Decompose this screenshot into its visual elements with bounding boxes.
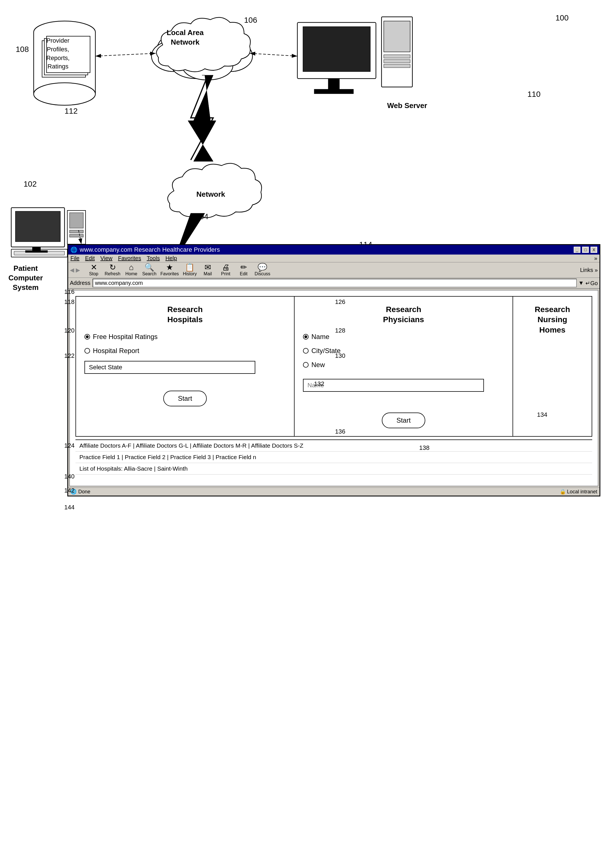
svg-rect-15 xyxy=(297,22,376,79)
favorites-icon: ★ xyxy=(166,264,173,271)
browser-statusbar: 🌐 Done 🔒 Local intranet xyxy=(68,487,600,496)
dropdown-arrow[interactable]: ▼ xyxy=(579,280,584,286)
svg-point-4 xyxy=(34,83,95,105)
physicians-start-button[interactable]: Start xyxy=(382,412,425,428)
hospitals-start-button[interactable]: Start xyxy=(163,391,207,406)
svg-rect-18 xyxy=(384,21,410,52)
menu-favorites[interactable]: Favorites xyxy=(118,255,141,262)
section-physicians: ResearchPhysicians Name City/State New xyxy=(295,297,513,436)
edit-button[interactable]: ✏ Edit xyxy=(237,264,251,276)
physicians-title: ResearchPhysicians xyxy=(303,304,504,325)
svg-rect-21 xyxy=(384,64,410,68)
history-button[interactable]: 📋 History xyxy=(183,264,197,276)
radio-name[interactable] xyxy=(303,334,309,339)
mail-label: Mail xyxy=(204,271,212,276)
forward-icon[interactable]: ▶ xyxy=(76,267,80,273)
svg-rect-19 xyxy=(384,55,410,58)
refresh-label: Refresh xyxy=(105,271,120,276)
svg-line-38 xyxy=(79,230,81,244)
name-input[interactable] xyxy=(303,379,484,392)
ref-142: 142 xyxy=(64,487,74,494)
back-icon[interactable]: ◀ xyxy=(70,267,74,273)
menu-file[interactable]: File xyxy=(70,255,79,262)
hospital-report-label: Hospital Report xyxy=(93,347,139,355)
ref-144: 144 xyxy=(64,504,74,511)
minimize-button[interactable]: _ xyxy=(574,247,580,253)
ref-110: 110 xyxy=(527,90,541,99)
browser-toolbar: ◀ ▶ ✕ Stop ↻ Refresh ⌂ Home 🔍 Search ★ F… xyxy=(68,262,600,278)
svg-line-13 xyxy=(95,53,156,56)
ref-100: 100 xyxy=(555,14,569,22)
free-hospital-ratings-option[interactable]: Free Hospital Ratings xyxy=(84,333,286,341)
radio-hospital-report[interactable] xyxy=(84,348,90,353)
hospital-report-option[interactable]: Hospital Report xyxy=(84,347,286,355)
new-option[interactable]: New xyxy=(303,361,504,369)
discuss-button[interactable]: 💬 Discuss xyxy=(255,264,271,276)
edit-label: Edit xyxy=(240,271,248,276)
svg-rect-32 xyxy=(70,230,83,233)
new-label: New xyxy=(311,361,325,369)
radio-new[interactable] xyxy=(303,362,309,367)
go-button[interactable]: ↵Go xyxy=(585,280,598,287)
db-label: ProviderProfiles,Reports,Ratings xyxy=(46,37,70,71)
svg-rect-28 xyxy=(11,208,65,247)
svg-rect-30 xyxy=(67,211,85,244)
footer-row-1: Affiliate Doctors A-F | Affiliate Doctor… xyxy=(76,440,592,451)
browser-window: 🌐 www.company.com Research Healthcare Pr… xyxy=(67,244,600,496)
svg-marker-24 xyxy=(188,75,216,161)
browser-menubar: File Edit View Favorites Tools Help » xyxy=(68,254,600,262)
city-state-option[interactable]: City/State xyxy=(303,347,504,355)
search-icon: 🔍 xyxy=(144,264,154,271)
zone-icon: 🔒 xyxy=(560,488,566,495)
ref-128: 128 xyxy=(335,327,345,334)
svg-rect-37 xyxy=(25,250,48,253)
ref-116: 116 xyxy=(64,288,74,296)
address-input[interactable] xyxy=(93,279,577,287)
menu-view[interactable]: View xyxy=(101,255,113,262)
menu-help[interactable]: Help xyxy=(166,255,177,262)
section-hospitals: ResearchHospitals Free Hospital Ratings … xyxy=(76,297,295,436)
section-nursing: ResearchNursingHomes xyxy=(513,297,592,436)
maximize-button[interactable]: □ xyxy=(582,247,589,253)
radio-city-state[interactable] xyxy=(303,348,309,353)
home-icon: ⌂ xyxy=(129,264,134,271)
search-button[interactable]: 🔍 Search xyxy=(142,264,156,276)
name-option[interactable]: Name xyxy=(303,333,504,341)
edit-icon: ✏ xyxy=(240,264,247,271)
stop-button[interactable]: ✕ Stop xyxy=(87,264,101,276)
print-button[interactable]: 🖨 Print xyxy=(219,264,233,276)
radio-dot xyxy=(86,335,89,338)
ref-108: 108 xyxy=(16,45,29,54)
ref-136: 136 xyxy=(335,428,345,435)
radio-free-ratings[interactable] xyxy=(84,334,90,339)
radio-dot-name xyxy=(305,335,307,338)
svg-rect-33 xyxy=(70,234,83,237)
menu-edit[interactable]: Edit xyxy=(85,255,94,262)
free-ratings-label: Free Hospital Ratings xyxy=(93,333,158,341)
select-state[interactable]: Select State xyxy=(84,361,255,374)
links-label: Links » xyxy=(580,267,598,273)
svg-rect-36 xyxy=(32,247,41,250)
titlebar-controls[interactable]: _ □ X xyxy=(574,247,597,253)
ref-120: 120 xyxy=(64,327,74,334)
footer-links: Affiliate Doctors A-F | Affiliate Doctor… xyxy=(76,439,592,474)
ref-118: 118 xyxy=(64,298,74,305)
ref-124: 124 xyxy=(64,442,74,449)
ref-122: 122 xyxy=(64,352,74,360)
browser-addressbar: Address ▼ ↵Go xyxy=(68,278,600,289)
mail-button[interactable]: ✉ Mail xyxy=(201,264,215,276)
ref-112: 112 xyxy=(65,107,78,116)
ref-102: 102 xyxy=(23,180,37,189)
discuss-label: Discuss xyxy=(255,271,271,276)
svg-point-10 xyxy=(207,41,252,71)
home-button[interactable]: ⌂ Home xyxy=(124,264,138,276)
footer-row-2: Practice Field 1 | Practice Field 2 | Pr… xyxy=(76,451,592,463)
favorites-button[interactable]: ★ Favorites xyxy=(161,264,179,276)
browser-content: 116 118 120 122 124 126 128 130 132 134 … xyxy=(69,290,599,486)
close-button[interactable]: X xyxy=(591,247,597,253)
toolbar-extra: » xyxy=(594,255,597,262)
ref-126: 126 xyxy=(335,298,345,305)
menu-tools[interactable]: Tools xyxy=(147,255,160,262)
refresh-button[interactable]: ↻ Refresh xyxy=(105,264,120,276)
name-label: Name xyxy=(311,333,329,341)
